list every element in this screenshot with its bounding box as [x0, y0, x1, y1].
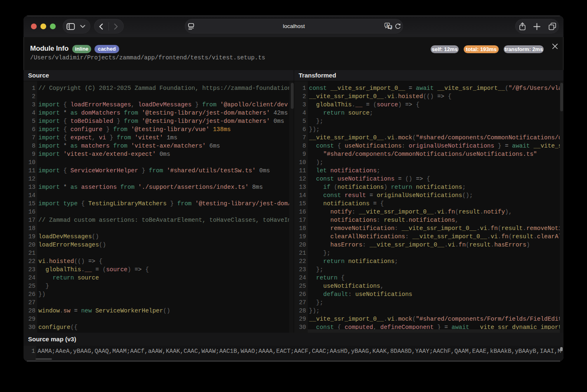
svg-text:✱: ✱	[389, 25, 391, 29]
